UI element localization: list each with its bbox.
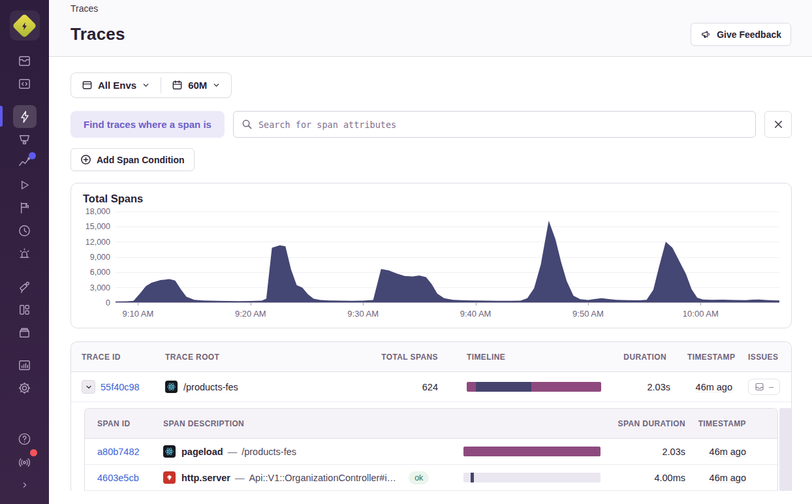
breadcrumb[interactable]: Traces	[70, 3, 791, 23]
span-duration: 2.03s	[610, 447, 685, 457]
sidebar-item-releases[interactable]	[13, 219, 37, 242]
traces-table-panel: TRACE ID TRACE ROOT TOTAL SPANS TIMELINE…	[70, 341, 792, 491]
sidebar-item-replays[interactable]	[13, 174, 37, 197]
span-timestamp[interactable]: 46m ago	[710, 473, 746, 483]
discover-icon	[17, 279, 32, 294]
span-timestamp[interactable]: 46m ago	[710, 447, 746, 457]
y-axis-tick-label: 18,000	[86, 207, 110, 216]
span-row: a80b7482	[85, 439, 777, 465]
time-period-filter[interactable]: 60M	[161, 73, 231, 97]
span-table-scrollbar[interactable]	[779, 408, 791, 491]
alerts-siren-icon	[17, 246, 32, 261]
chart-x-axis-labels: 9:10 AM9:20 AM9:30 AM9:40 AM9:50 AM10:00…	[116, 303, 779, 320]
column-header-span-id: SPAN ID	[85, 419, 163, 428]
sidebar-item-projects[interactable]	[13, 321, 37, 344]
chart-y-axis-labels: 03,0006,0009,00012,00015,00018,000	[83, 212, 116, 303]
sidebar-item-explore[interactable]	[13, 72, 37, 95]
sidebar-item-discover[interactable]	[13, 276, 37, 298]
x-axis-tick-label: 9:30 AM	[347, 309, 379, 319]
y-axis-tick-label: 0	[106, 298, 110, 307]
filter-bar: All Envs 60M	[70, 72, 232, 98]
column-header-issues: ISSUES	[742, 353, 791, 362]
sidebar-item-stats[interactable]	[13, 354, 37, 377]
sidebar-item-issues[interactable]	[13, 50, 37, 72]
area-series	[116, 212, 779, 302]
search-row: Find traces where a span is	[70, 111, 792, 138]
environment-filter[interactable]: All Envs	[71, 73, 161, 97]
total-spans-area	[116, 221, 779, 302]
trace-timeline-bar[interactable]	[467, 382, 601, 392]
trace-id-link[interactable]: 55f40c98	[101, 382, 140, 392]
sidebar-item-settings[interactable]	[13, 377, 37, 400]
span-attributes-search[interactable]	[233, 111, 756, 138]
stats-icon	[17, 358, 32, 373]
plus-circle-icon	[80, 154, 91, 165]
sidebar-item-feedback[interactable]	[13, 197, 37, 219]
add-span-condition-button[interactable]: Add Span Condition	[70, 148, 195, 171]
settings-gear-icon	[17, 381, 32, 396]
span-row: 4603e5cb http.server—Api::V1::Organizati…	[85, 465, 777, 491]
span-table-header: SPAN ID SPAN DESCRIPTION SPAN DURATION T…	[85, 409, 777, 439]
issues-icon	[17, 54, 32, 69]
span-duration: 4.00ms	[610, 473, 685, 483]
give-feedback-button[interactable]: Give Feedback	[691, 23, 791, 46]
span-status-badge: ok	[409, 471, 429, 484]
dash-separator: —	[228, 447, 238, 457]
traces-table-header: TRACE ID TRACE ROOT TOTAL SPANS TIMELINE…	[71, 342, 791, 372]
traces-icon	[18, 110, 32, 124]
replays-play-icon	[17, 178, 32, 193]
page-header: Traces Traces Give Feedback	[49, 0, 812, 57]
chart-plot-area[interactable]	[116, 212, 779, 303]
megaphone-icon	[700, 29, 711, 40]
collapse-trace-button[interactable]	[82, 380, 95, 394]
x-axis-tick-label: 9:50 AM	[572, 309, 604, 319]
search-icon	[242, 119, 253, 130]
feedback-flag-icon	[17, 200, 32, 215]
chevron-down-icon	[142, 81, 150, 89]
sidebar-item-insights[interactable]	[13, 151, 37, 174]
help-icon	[17, 432, 32, 447]
y-axis-tick-label: 9,000	[90, 253, 110, 262]
column-header-trace-id: TRACE ID	[71, 353, 155, 362]
x-axis-tick-label: 9:10 AM	[123, 309, 154, 319]
span-id-link[interactable]: a80b7482	[97, 447, 140, 457]
collapse-chevron-icon	[18, 479, 31, 492]
sidebar-item-whats-new[interactable]	[13, 450, 37, 473]
trace-duration: 2.03s	[612, 382, 677, 392]
total-spans-chart: 03,0006,0009,00012,00015,00018,000	[83, 212, 779, 303]
span-duration-bar[interactable]	[463, 447, 601, 456]
dash-separator: —	[235, 473, 245, 483]
trace-total-spans: 624	[357, 382, 448, 392]
column-header-timeline: TIMELINE	[448, 353, 612, 362]
ruby-icon	[163, 471, 176, 484]
sidebar-collapse-button[interactable]	[13, 473, 37, 496]
sidebar-item-help[interactable]	[13, 428, 37, 450]
org-logo[interactable]	[10, 10, 40, 40]
explore-code-icon	[17, 76, 32, 91]
y-axis-tick-label: 3,000	[90, 283, 110, 292]
span-duration-bar[interactable]	[463, 473, 601, 482]
x-axis-tick-label: 9:20 AM	[235, 309, 266, 319]
react-icon	[165, 381, 178, 393]
content: All Envs 60M Find traces where a span is	[49, 57, 812, 504]
page-title: Traces	[70, 24, 125, 44]
sidebar-item-traces[interactable]	[13, 105, 37, 128]
trace-root-name[interactable]: /products-fes	[183, 382, 238, 392]
calendar-icon	[172, 80, 183, 91]
search-input[interactable]	[258, 119, 747, 130]
column-header-total-spans: TOTAL SPANS	[357, 353, 448, 362]
sidebar-item-alerts[interactable]	[13, 242, 37, 265]
clear-search-button[interactable]	[764, 111, 792, 138]
chevron-down-icon	[212, 81, 221, 89]
find-traces-pill: Find traces where a span is	[70, 111, 225, 138]
react-icon	[163, 445, 176, 458]
trace-timestamp[interactable]: 46m ago	[696, 382, 732, 392]
trace-row: 55f40c98 /products-fes	[71, 372, 791, 402]
trace-issues-pill[interactable]: –	[748, 379, 780, 395]
column-header-timestamp: TIMESTAMP	[677, 353, 742, 362]
span-id-link[interactable]: 4603e5cb	[97, 473, 139, 483]
issues-inbox-icon	[755, 382, 764, 392]
sidebar-item-dashboards[interactable]	[13, 298, 37, 321]
sidebar-item-profiles[interactable]	[13, 128, 37, 151]
span-table: SPAN ID SPAN DESCRIPTION SPAN DURATION T…	[84, 408, 778, 491]
